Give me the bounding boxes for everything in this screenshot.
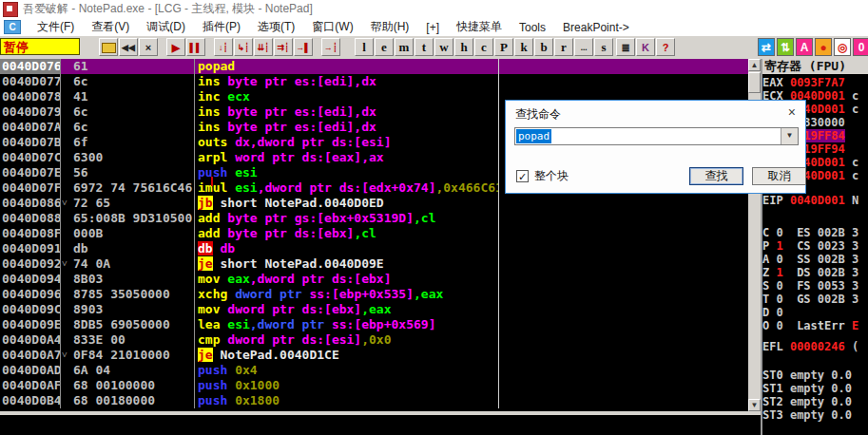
pause-button[interactable]: ▌▌ [186, 38, 205, 56]
scroll-thumb[interactable] [748, 72, 761, 93]
jump-down-icon: ˅ [62, 256, 68, 272]
menu-item-1[interactable]: 查看(V) [83, 17, 138, 37]
updown-arrows-icon[interactable]: ⇅ [777, 38, 794, 56]
letter-button-r[interactable]: r [554, 38, 573, 56]
command-combobox[interactable]: popad ▼ [514, 127, 799, 145]
entire-block-option[interactable]: ✓ 整个块 [516, 168, 569, 184]
restart-button[interactable]: ◀◀ [119, 38, 138, 56]
letter-button-m[interactable]: m [395, 38, 414, 56]
disasm-row[interactable]: 0040D0A4833E 00cmp dword ptr ds:[esi],0x… [0, 332, 748, 348]
menu-item-4[interactable]: 选项(T) [249, 17, 303, 37]
disasm-row[interactable]: 0040D0968785 35050000xchg dword ptr ss:[… [0, 287, 748, 302]
disasm-row[interactable]: 0040D0AF68 00100000push 0x1000 [0, 378, 748, 393]
step-over-button[interactable]: ↳┊ [234, 38, 253, 56]
child-window-icon[interactable]: C [4, 20, 21, 34]
entire-block-checkbox[interactable]: ✓ [516, 170, 529, 182]
till-return-button[interactable]: →▌ [294, 38, 313, 56]
close-icon[interactable]: × [788, 104, 796, 120]
instruction-cell: ins byte ptr es:[edi],dx [195, 104, 499, 120]
viewers-button[interactable]: ≣ [616, 38, 635, 56]
menu-item-5[interactable]: 窗口(W) [303, 17, 361, 37]
plugin-k-button[interactable]: K [636, 38, 655, 56]
cancel-button[interactable]: 取消 [752, 167, 806, 185]
letter-button-h[interactable]: h [454, 38, 473, 56]
command-input-value[interactable]: popad [516, 129, 551, 143]
trace-over-button[interactable]: ⇉┊ [274, 38, 293, 56]
assemble-a-icon[interactable]: A [796, 38, 813, 56]
disasm-row[interactable]: 0040D09C8903mov dword ptr ds:[ebx],eax [0, 302, 748, 317]
letter-button-l[interactable]: l [355, 38, 374, 56]
address-cell: 0040D0A4 [0, 332, 61, 348]
disasm-row[interactable]: 0040D08F000Badd byte ptr ds:[ebx],cl [0, 226, 748, 241]
letter-button-...[interactable]: ... [574, 38, 593, 56]
disasm-row[interactable]: 0040D07661popad [0, 59, 748, 74]
fpu-row-st3[interactable]: ST3 empty 0.0 [762, 408, 868, 422]
disasm-row[interactable]: 0040D092˅74 0Aje short NotePad.0040D09E [0, 256, 748, 272]
partial-icon[interactable]: 0 [853, 38, 868, 56]
disasm-row[interactable]: 0040D09E8DB5 69050000lea esi,dword ptr s… [0, 317, 748, 332]
menu-item-6[interactable]: 帮助(H) [362, 17, 418, 37]
run-button[interactable]: ▶ [166, 38, 185, 56]
menu-item-2[interactable]: 调试(D) [138, 17, 194, 37]
flag-row-o[interactable]: O 0 LastErr E [762, 319, 868, 332]
instruction-cell: imul esi,dword ptr ds:[edx+0x74],0x466C6… [195, 180, 499, 196]
scroll-up-button[interactable]: ▲ [748, 59, 761, 71]
disasm-row[interactable]: 0040D0948B03mov eax,dword ptr ds:[ebx] [0, 272, 748, 287]
letter-button-w[interactable]: w [434, 38, 453, 56]
disasm-row[interactable]: 0040D08865:008B 9D310500add byte ptr gs:… [0, 211, 748, 226]
instruction-cell: push esi [195, 165, 499, 180]
letter-button-s[interactable]: s [594, 38, 613, 56]
menu-item-3[interactable]: 插件(P) [194, 17, 249, 37]
help-button[interactable]: ? [656, 38, 675, 56]
disasm-row[interactable]: 0040D0776cins byte ptr es:[edi],dx [0, 74, 748, 89]
target-icon[interactable]: ◎ [834, 38, 851, 56]
find-button[interactable]: 查找 [689, 167, 743, 185]
address-cell: 0040D07E [0, 165, 61, 180]
step-into-button[interactable]: ↓┊ [214, 38, 233, 56]
entire-block-label: 整个块 [534, 168, 569, 184]
hex-cell: 8903 [61, 302, 195, 317]
letter-button-c[interactable]: c [474, 38, 493, 56]
fpu-row-st0[interactable]: ST0 empty 0.0 [762, 369, 868, 382]
flag-row-a[interactable]: A 0 SS 002B 3 [762, 253, 868, 266]
menu-item-10[interactable]: BreakPoint-> [554, 19, 638, 36]
open-file-button[interactable] [99, 38, 118, 56]
disasm-row[interactable]: 0040D0A7˅0F84 21010000je NotePad.0040D1C… [0, 348, 748, 363]
register-row-efl[interactable]: EFL 00000246 ( [762, 340, 868, 353]
letter-button-b[interactable]: b [534, 38, 553, 56]
instruction-cell: add byte ptr ds:[ebx],cl [195, 226, 499, 241]
disasm-row[interactable]: 0040D0AD6A 04push 0x4 [0, 363, 748, 378]
flag-row-d[interactable]: D 0 [762, 306, 868, 319]
dump-pane[interactable] [0, 415, 761, 435]
flag-row-p[interactable]: P 1 CS 0023 3 [762, 239, 868, 253]
scroll-down-button[interactable]: ▼ [748, 399, 761, 411]
record-icon[interactable]: ● [815, 38, 832, 56]
letter-button-k[interactable]: k [514, 38, 533, 56]
fpu-row-st2[interactable]: ST2 empty 0.0 [762, 395, 868, 408]
instruction-cell: inc ecx [195, 89, 499, 104]
run-to-cursor-button[interactable]: →┊ [321, 38, 340, 56]
flag-row-t[interactable]: T 0 GS 002B 3 [762, 293, 868, 306]
register-row-eip[interactable]: EIP 0040D001 N [762, 194, 868, 207]
flag-row-z[interactable]: Z 1 DS 002B 3 [762, 266, 868, 279]
trace-into-button[interactable]: ⇊┊ [254, 38, 273, 56]
disasm-row[interactable]: 0040D0B468 00180000push 0x1800 [0, 393, 748, 408]
chevron-down-icon[interactable]: ▼ [781, 128, 798, 144]
letter-button-P[interactable]: P [494, 38, 513, 56]
flag-row-s[interactable]: S 0 FS 0053 3 [762, 279, 868, 293]
address-cell: 0040D0B4 [0, 393, 61, 408]
menu-item-8[interactable]: 快捷菜单 [448, 17, 511, 37]
flag-row-c[interactable]: C 0 ES 002B 3 [762, 226, 868, 239]
menu-item-7[interactable]: [+] [417, 19, 448, 36]
menu-item-0[interactable]: 文件(F) [29, 17, 83, 37]
close-target-button[interactable]: × [139, 38, 158, 56]
menu-item-9[interactable]: Tools [511, 19, 554, 36]
register-row-eax[interactable]: EAX 0093F7A7 [762, 76, 868, 89]
letter-button-t[interactable]: t [415, 38, 434, 56]
letter-button-e[interactable]: e [375, 38, 394, 56]
comment-cell [499, 287, 748, 302]
disasm-row[interactable]: 0040D091dbdb db [0, 241, 748, 256]
disasm-row[interactable]: 0040D086˅72 65jb short NotePad.0040D0ED [0, 196, 748, 211]
swap-arrows-icon[interactable]: ⇄ [758, 38, 775, 56]
fpu-row-st1[interactable]: ST1 empty 0.0 [762, 382, 868, 395]
